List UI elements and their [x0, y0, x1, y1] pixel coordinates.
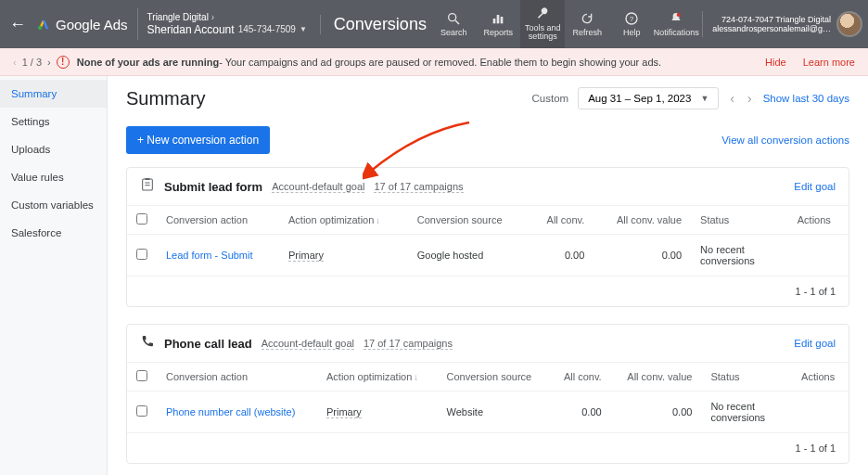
edit-goal-link[interactable]: Edit goal — [794, 181, 836, 192]
goal-type-label[interactable]: Account-default goal — [272, 181, 364, 193]
sidebar-item-settings[interactable]: Settings — [0, 108, 107, 135]
alert-bar: ‹ 1 / 3 › ! None of your ads are running… — [0, 48, 868, 76]
col-actions: Actions — [788, 206, 849, 235]
campaign-count-label[interactable]: 17 of 17 campaigns — [374, 181, 463, 193]
right-account-email: alessandrospersonalemail@g… — [712, 24, 831, 33]
avatar[interactable] — [836, 11, 862, 37]
date-range-controls: Custom Aug 31 – Sep 1, 2023 ▼ ‹ › Show l… — [532, 87, 850, 109]
action-optimization-value[interactable]: Primary — [288, 250, 324, 262]
all-conv-value: 0.00 — [550, 392, 611, 433]
all-conv-value: 0.00 — [529, 235, 594, 276]
new-conversion-action-button[interactable]: + New conversion action — [126, 126, 270, 154]
col-optimization[interactable]: Action optimization↓ — [279, 206, 408, 235]
alert-pager: ‹ 1 / 3 › — [13, 57, 51, 68]
alert-learn-link[interactable]: Learn more — [803, 57, 855, 68]
conversion-goal-card: Submit lead form Account-default goal 17… — [126, 167, 849, 307]
help-icon: ? — [624, 11, 639, 26]
wrench-icon — [535, 7, 550, 22]
sidebar-item-salesforce[interactable]: Salesforce — [0, 219, 107, 247]
sidebar-item-uploads[interactable]: Uploads — [0, 135, 107, 163]
sort-down-icon: ↓ — [376, 215, 380, 225]
right-account-id: 724-074-7047 Triangle Digital — [712, 15, 831, 24]
col-status[interactable]: Status — [701, 363, 792, 392]
conversion-action-link[interactable]: Lead form - Submit — [166, 250, 253, 261]
actions-cell — [792, 392, 849, 433]
sidebar-item-summary[interactable]: Summary — [0, 80, 107, 108]
top-bar: ← Google Ads Triangle Digital › Sheridan… — [0, 0, 868, 48]
refresh-icon — [580, 11, 594, 26]
all-conv-value-value: 0.00 — [611, 392, 702, 433]
google-ads-logo-icon — [35, 17, 52, 32]
alert-hide-link[interactable]: Hide — [765, 57, 786, 68]
col-source[interactable]: Conversion source — [437, 363, 549, 392]
svg-rect-4 — [497, 15, 500, 23]
back-arrow-icon[interactable]: ← — [6, 15, 30, 34]
tool-tools-settings[interactable]: Tools and settings — [520, 0, 565, 48]
action-optimization-value[interactable]: Primary — [326, 406, 362, 418]
svg-rect-3 — [493, 19, 496, 23]
date-range-picker[interactable]: Aug 31 – Sep 1, 2023 ▼ — [578, 87, 719, 109]
status-value: No recent conversions — [701, 392, 792, 433]
table-pagination: 1 - 1 of 1 — [127, 433, 849, 463]
svg-rect-9 — [143, 179, 153, 190]
table-pagination: 1 - 1 of 1 — [127, 276, 849, 306]
conversion-source-value: Website — [437, 392, 549, 433]
col-actions: Actions — [792, 363, 849, 392]
page-title: Summary — [126, 88, 206, 109]
range-mode-label: Custom — [532, 93, 569, 104]
alert-next-icon[interactable]: › — [47, 57, 51, 68]
sidebar-item-value-rules[interactable]: Value rules — [0, 163, 107, 191]
col-action[interactable]: Conversion action — [157, 363, 317, 392]
show-last-30-link[interactable]: Show last 30 days — [763, 93, 849, 104]
row-checkbox[interactable] — [136, 405, 147, 417]
col-allconvval[interactable]: All conv. value — [611, 363, 702, 392]
conversion-source-value: Google hosted — [408, 235, 529, 276]
col-status[interactable]: Status — [691, 206, 788, 235]
status-value: No recent conversions — [691, 235, 788, 276]
svg-text:?: ? — [630, 15, 633, 23]
tool-help[interactable]: ? Help — [609, 0, 654, 48]
conversion-table: Conversion action Action optimization↓ C… — [127, 363, 849, 433]
alert-bold-text: None of your ads are running — [77, 57, 219, 68]
card-header: Submit lead form Account-default goal 17… — [127, 168, 849, 206]
account-info-right[interactable]: 724-074-7047 Triangle Digital alessandro… — [702, 11, 862, 37]
alert-prev-icon[interactable]: ‹ — [13, 57, 17, 68]
tool-refresh[interactable]: Refresh — [565, 0, 609, 48]
select-all-checkbox[interactable] — [136, 213, 147, 225]
sidebar: SummarySettingsUploadsValue rulesCustom … — [0, 76, 108, 475]
campaign-count-label[interactable]: 17 of 17 campaigns — [364, 338, 453, 350]
logo[interactable]: Google Ads — [35, 17, 128, 32]
range-prev-icon[interactable]: ‹ — [728, 91, 736, 106]
col-action[interactable]: Conversion action — [157, 206, 279, 235]
all-conv-value-value: 0.00 — [594, 235, 691, 276]
col-optimization[interactable]: Action optimization↓ — [317, 363, 437, 392]
view-all-conversion-actions-link[interactable]: View all conversion actions — [721, 135, 849, 146]
tool-search[interactable]: Search — [431, 0, 476, 48]
goal-type-label[interactable]: Account-default goal — [262, 338, 354, 350]
col-allconv[interactable]: All conv. — [550, 363, 611, 392]
col-source[interactable]: Conversion source — [408, 206, 529, 235]
date-range-value: Aug 31 – Sep 1, 2023 — [588, 93, 691, 104]
chevron-down-icon: ▼ — [700, 94, 708, 103]
select-all-checkbox[interactable] — [136, 370, 147, 381]
bell-icon — [669, 11, 683, 26]
edit-goal-link[interactable]: Edit goal — [794, 338, 836, 349]
tool-reports[interactable]: Reports — [476, 0, 520, 48]
sidebar-item-custom-variables[interactable]: Custom variables — [0, 191, 107, 219]
card-title: Phone call lead — [164, 337, 252, 351]
svg-rect-5 — [501, 17, 504, 23]
card-title: Submit lead form — [164, 180, 262, 194]
range-next-icon[interactable]: › — [746, 91, 754, 106]
phone-icon — [140, 334, 155, 353]
svg-point-0 — [38, 26, 42, 30]
chevron-down-icon: ▼ — [300, 25, 307, 34]
tool-notifications[interactable]: Notifications — [654, 0, 698, 48]
svg-point-8 — [677, 13, 681, 17]
conversion-action-link[interactable]: Phone number call (website) — [166, 406, 295, 417]
account-id: 145-734-7509 — [238, 24, 296, 35]
col-allconv[interactable]: All conv. — [529, 206, 594, 235]
col-allconvval[interactable]: All conv. value — [594, 206, 691, 235]
account-parent: Triangle Digital — [147, 12, 209, 22]
row-checkbox[interactable] — [136, 249, 147, 260]
account-switcher[interactable]: Triangle Digital › Sheridan Account 145-… — [137, 8, 316, 40]
